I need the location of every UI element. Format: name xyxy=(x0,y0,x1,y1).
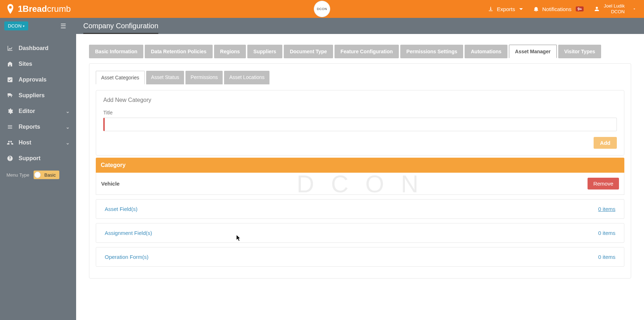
subtab-permissions[interactable]: Permissions xyxy=(185,71,223,84)
sidebar-toggle[interactable]: ☰ xyxy=(60,22,66,30)
caret-down-icon: ▾ xyxy=(23,24,25,28)
top-bar: 1Breadcrumb DCON Exports Notifications 9… xyxy=(0,0,644,18)
add-category-block: Add New Category Title Add xyxy=(96,90,624,156)
tab-data-retention-policies[interactable]: Data Retention Policies xyxy=(145,45,213,58)
exports-menu[interactable]: Exports xyxy=(487,6,523,12)
building-icon xyxy=(6,60,14,68)
menu-type-row: Menu Type Basic xyxy=(0,166,76,183)
truck-icon xyxy=(6,92,14,99)
sidebar-item-label: Reports xyxy=(19,124,40,130)
tab-basic-information[interactable]: Basic Information xyxy=(89,45,143,58)
field-row-count[interactable]: 0 items xyxy=(598,254,615,260)
company-logo-circle: DCON xyxy=(314,1,330,17)
category-field-row: Asset Field(s)0 items xyxy=(96,199,624,219)
category-title-input[interactable] xyxy=(103,118,617,131)
sidebar-item-editor[interactable]: Editor⌄ xyxy=(0,103,76,119)
title-label: Title xyxy=(103,110,617,115)
list-icon xyxy=(6,123,14,131)
tab-document-type[interactable]: Document Type xyxy=(284,45,333,58)
tab-suppliers[interactable]: Suppliers xyxy=(247,45,282,58)
category-field-row: Assignment Field(s)0 items xyxy=(96,223,624,243)
sidebar-item-suppliers[interactable]: Suppliers xyxy=(0,88,76,103)
subtab-asset-locations[interactable]: Asset Locations xyxy=(224,71,269,84)
remove-category-button[interactable]: Remove xyxy=(588,178,619,189)
sidebar-item-support[interactable]: Support xyxy=(0,151,76,166)
menu-type-label: Menu Type xyxy=(6,172,29,178)
chevron-down-icon: ⌄ xyxy=(66,140,70,146)
brand-thin: crumb xyxy=(47,4,71,14)
category-header: Category xyxy=(96,158,624,173)
question-icon xyxy=(6,155,14,162)
field-row-label[interactable]: Asset Field(s) xyxy=(105,206,138,212)
menu-type-toggle[interactable]: Basic xyxy=(34,171,59,179)
add-category-heading: Add New Category xyxy=(103,97,617,103)
sidebar-item-label: Editor xyxy=(19,108,35,114)
notifications-badge: 9+ xyxy=(576,6,584,11)
sidebar-item-approvals[interactable]: Approvals xyxy=(0,72,76,88)
brand-mark-icon xyxy=(6,4,14,14)
asset-subtabs: Asset CategoriesAsset StatusPermissionsA… xyxy=(96,71,624,84)
category-name: Vehicle xyxy=(101,181,120,187)
toggle-knob xyxy=(34,172,41,178)
tab-permissions-settings[interactable]: Permissions Settings xyxy=(400,45,463,58)
sidebar-item-label: Host xyxy=(19,139,31,146)
category-field-row: Operation Form(s)0 items xyxy=(96,247,624,267)
sidebar-item-sites[interactable]: Sites xyxy=(0,56,76,72)
tab-asset-manager[interactable]: Asset Manager xyxy=(509,45,557,58)
tab-regions[interactable]: Regions xyxy=(214,45,246,58)
tab-automations[interactable]: Automations xyxy=(465,45,507,58)
config-tabstrip: Basic InformationData Retention Policies… xyxy=(89,45,631,58)
sidebar-item-label: Dashboard xyxy=(19,45,49,51)
company-pill-label: DCON xyxy=(8,23,21,29)
notifications-menu[interactable]: Notifications 9+ xyxy=(533,6,584,12)
field-row-count[interactable]: 0 items xyxy=(598,230,615,236)
sidebar-item-reports[interactable]: Reports⌄ xyxy=(0,119,76,135)
chevron-down-icon xyxy=(631,6,638,12)
company-switcher[interactable]: DCON ▾ xyxy=(4,21,28,30)
exports-label: Exports xyxy=(497,6,515,12)
notifications-label: Notifications xyxy=(542,6,571,12)
hamburger-icon: ☰ xyxy=(60,23,66,30)
subtab-asset-categories[interactable]: Asset Categories xyxy=(96,71,145,84)
chevron-down-icon: ⌄ xyxy=(66,124,70,130)
chevron-down-icon: ⌄ xyxy=(66,109,70,114)
sidebar-item-label: Sites xyxy=(19,61,32,67)
export-icon xyxy=(487,6,494,12)
field-row-label[interactable]: Assignment Field(s) xyxy=(105,230,152,236)
bell-icon xyxy=(533,6,539,12)
chart-line-icon xyxy=(6,45,14,52)
user-company: DCON xyxy=(604,9,625,15)
field-row-count[interactable]: 0 items xyxy=(598,206,615,212)
asset-manager-panel: Asset CategoriesAsset StatusPermissionsA… xyxy=(89,63,631,279)
sidebar-item-label: Suppliers xyxy=(19,92,45,99)
tab-visitor-types[interactable]: Visitor Types xyxy=(558,45,601,58)
sidebar-item-host[interactable]: Host⌄ xyxy=(0,135,76,151)
category-row: Vehicle Remove xyxy=(96,173,624,195)
user-name: Joel Ludik xyxy=(604,3,625,9)
menu-type-value: Basic xyxy=(44,172,56,178)
add-category-button[interactable]: Add xyxy=(594,137,617,149)
user-menu[interactable]: Joel Ludik DCON xyxy=(594,3,638,14)
brand-bold: 1Bread xyxy=(18,4,47,14)
sidebar-item-label: Approvals xyxy=(19,77,46,83)
page-title: Company Configuration xyxy=(83,22,158,33)
tab-feature-configuration[interactable]: Feature Configuration xyxy=(335,45,399,58)
gear-icon xyxy=(6,108,14,115)
brand[interactable]: 1Breadcrumb xyxy=(6,4,71,14)
sidebar-item-label: Support xyxy=(19,155,40,162)
subtab-asset-status[interactable]: Asset Status xyxy=(146,71,184,84)
company-logo-text: DCON xyxy=(317,7,327,11)
sub-bar: DCON ▾ ☰ Company Configuration xyxy=(0,18,644,34)
sidebar: DashboardSitesApprovalsSuppliersEditor⌄R… xyxy=(0,34,76,320)
topbar-right: Exports Notifications 9+ Joel Ludik DCON xyxy=(487,3,638,14)
content-area: D C O N Basic InformationData Retention … xyxy=(76,34,644,320)
user-icon xyxy=(594,6,600,12)
users-icon xyxy=(6,139,14,146)
field-row-label[interactable]: Operation Form(s) xyxy=(105,254,149,260)
check-square-icon xyxy=(6,76,14,83)
sidebar-item-dashboard[interactable]: Dashboard xyxy=(0,40,76,56)
